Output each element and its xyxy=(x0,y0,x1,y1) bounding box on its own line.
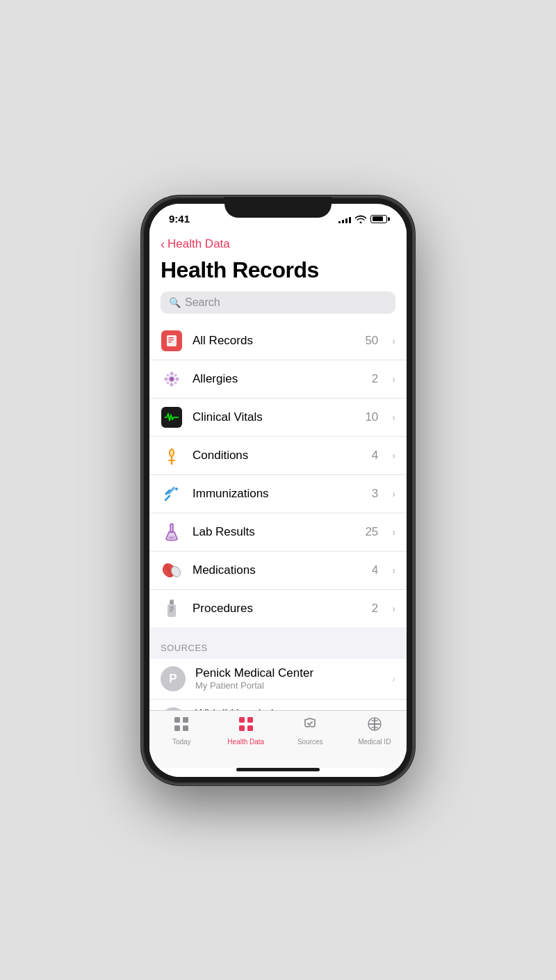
svg-rect-38 xyxy=(183,725,188,731)
conditions-chevron-icon: › xyxy=(392,450,395,461)
immunizations-chevron-icon: › xyxy=(392,488,395,499)
health-data-label: Health Data xyxy=(227,738,264,746)
notch xyxy=(224,197,332,218)
svg-rect-39 xyxy=(239,717,245,723)
penick-info: Penick Medical Center My Patient Portal xyxy=(195,666,382,691)
nav-back[interactable]: ‹ Health Data xyxy=(149,234,407,255)
svg-point-8 xyxy=(176,377,179,380)
svg-point-11 xyxy=(167,381,170,384)
svg-rect-37 xyxy=(174,725,180,731)
allergies-icon xyxy=(161,368,183,390)
search-placeholder: Search xyxy=(185,296,220,309)
all-records-icon xyxy=(161,330,183,352)
all-records-chevron-icon: › xyxy=(392,335,395,346)
svg-rect-34 xyxy=(170,601,173,604)
search-magnifier-icon: 🔍 xyxy=(169,297,181,308)
medications-label: Medications xyxy=(193,563,362,577)
signal-bars-icon xyxy=(338,215,351,223)
sources-label: Sources xyxy=(297,738,323,746)
procedures-label: Procedures xyxy=(193,602,362,616)
svg-rect-42 xyxy=(247,725,253,731)
svg-rect-0 xyxy=(167,335,177,346)
conditions-icon xyxy=(161,444,183,467)
tab-sources[interactable]: Sources xyxy=(278,716,343,746)
list-item-clinical-vitals[interactable]: Clinical Vitals 10 › xyxy=(149,399,407,437)
medical-id-icon xyxy=(367,716,382,736)
screen: 9:41 xyxy=(149,204,407,777)
allergies-chevron-icon: › xyxy=(392,373,395,385)
list-item-lab-results[interactable]: Lab Results 25 › xyxy=(149,513,407,552)
list-item-conditions[interactable]: Conditions 4 › xyxy=(149,437,407,475)
sources-section-header: SOURCES xyxy=(149,627,407,659)
page-title: Health Records xyxy=(149,255,407,291)
tab-medical-id[interactable]: Medical ID xyxy=(343,716,407,746)
home-indicator xyxy=(236,768,320,771)
lab-results-label: Lab Results xyxy=(193,525,355,539)
tab-health-data[interactable]: Health Data xyxy=(214,716,279,746)
page-wrapper: 9:41 xyxy=(0,0,556,980)
svg-point-12 xyxy=(174,381,177,384)
source-item-penick[interactable]: P Penick Medical Center My Patient Porta… xyxy=(149,659,407,700)
list-item-procedures[interactable]: Procedures 2 › xyxy=(149,590,407,627)
conditions-label: Conditions xyxy=(193,449,362,463)
today-icon xyxy=(174,716,189,736)
allergies-label: Allergies xyxy=(193,372,362,386)
svg-point-23 xyxy=(168,536,175,539)
tab-bar: Today Health Data xyxy=(149,710,407,768)
svg-point-10 xyxy=(174,373,177,376)
allergies-count: 2 xyxy=(372,372,378,386)
svg-line-18 xyxy=(165,496,170,500)
list-item-medications[interactable]: Medications 4 › xyxy=(149,552,407,590)
procedures-count: 2 xyxy=(372,602,378,616)
back-label[interactable]: Health Data xyxy=(167,237,230,251)
today-label: Today xyxy=(172,738,191,746)
search-bar[interactable]: 🔍 Search xyxy=(161,291,395,314)
lab-results-chevron-icon: › xyxy=(392,527,395,538)
penick-chevron-icon: › xyxy=(392,673,395,684)
immunizations-icon xyxy=(161,483,183,505)
list-section: All Records 50 › xyxy=(149,322,407,710)
lab-results-icon xyxy=(161,521,183,543)
clinical-vitals-label: Clinical Vitals xyxy=(193,410,355,424)
svg-rect-1 xyxy=(168,337,174,339)
medical-id-label: Medical ID xyxy=(358,738,391,746)
clinical-vitals-icon xyxy=(161,406,183,428)
content-area: ‹ Health Data Health Records 🔍 Search xyxy=(149,234,407,777)
back-chevron-icon: ‹ xyxy=(161,237,165,252)
medications-chevron-icon: › xyxy=(392,565,395,576)
immunizations-count: 3 xyxy=(372,487,378,501)
penick-name: Penick Medical Center xyxy=(195,666,382,680)
svg-point-20 xyxy=(175,488,178,490)
list-item-immunizations[interactable]: Immunizations 3 › xyxy=(149,475,407,513)
svg-rect-40 xyxy=(247,717,253,723)
procedures-chevron-icon: › xyxy=(392,603,395,614)
status-icons xyxy=(338,215,387,223)
records-list-group: All Records 50 › xyxy=(149,322,407,627)
battery-icon xyxy=(370,215,387,223)
status-time: 9:41 xyxy=(169,213,190,225)
clinical-vitals-count: 10 xyxy=(365,410,378,424)
svg-rect-3 xyxy=(168,342,172,343)
all-records-label: All Records xyxy=(193,334,355,348)
svg-point-5 xyxy=(170,371,174,375)
list-item-allergies[interactable]: Allergies 2 › xyxy=(149,360,407,399)
list-item-all-records[interactable]: All Records 50 › xyxy=(149,322,407,360)
lab-results-count: 25 xyxy=(365,525,378,539)
svg-rect-32 xyxy=(170,609,174,610)
penick-avatar: P xyxy=(161,666,186,691)
procedures-icon xyxy=(161,597,183,620)
svg-rect-2 xyxy=(168,339,174,341)
svg-point-9 xyxy=(167,373,170,376)
svg-rect-41 xyxy=(239,725,245,731)
sources-list-group: P Penick Medical Center My Patient Porta… xyxy=(149,659,407,710)
svg-rect-31 xyxy=(170,607,174,608)
svg-point-13 xyxy=(170,377,174,381)
svg-rect-33 xyxy=(170,611,172,612)
all-records-count: 50 xyxy=(365,334,378,348)
medications-count: 4 xyxy=(372,563,378,577)
health-data-icon xyxy=(238,716,254,736)
medications-icon xyxy=(161,559,183,581)
source-item-widell[interactable]: W Widell Hospital Patient Chart Pro › xyxy=(149,700,407,710)
conditions-count: 4 xyxy=(372,449,378,463)
tab-today[interactable]: Today xyxy=(149,716,214,746)
